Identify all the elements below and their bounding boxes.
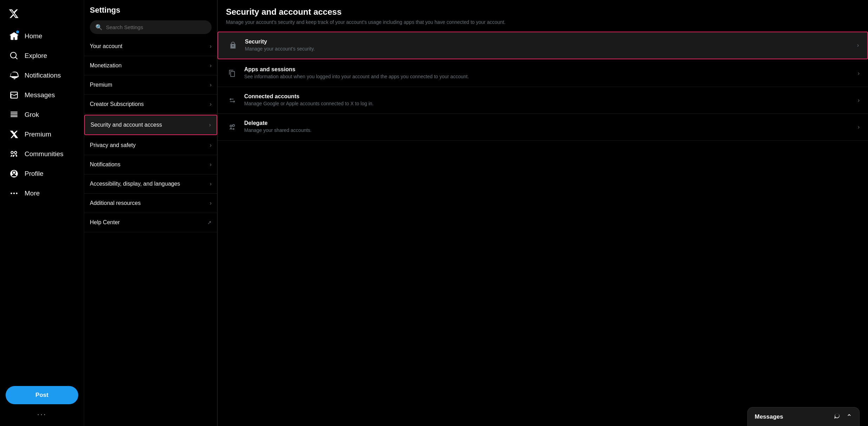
chevron-icon: › — [210, 142, 212, 148]
sidebar-item-home-label: Home — [25, 32, 42, 40]
more-icon — [9, 188, 19, 198]
security-item-title: Delegate — [244, 120, 852, 126]
chevron-icon: › — [210, 62, 212, 69]
sidebar-item-more[interactable]: More — [6, 184, 78, 202]
search-box[interactable]: 🔍 — [90, 20, 212, 34]
sidebar-item-grok-label: Grok — [25, 111, 39, 119]
chevron-icon: › — [210, 181, 212, 187]
explore-icon — [9, 51, 19, 61]
premium-icon — [9, 129, 19, 139]
security-item-connected-accounts[interactable]: Connected accounts Manage Google or Appl… — [218, 87, 868, 114]
bell-icon — [9, 71, 19, 80]
delegate-icon — [226, 121, 239, 133]
sidebar-item-messages-label: Messages — [25, 91, 55, 99]
security-item-security[interactable]: Security Manage your account's security.… — [218, 32, 868, 60]
settings-item-additional-resources[interactable]: Additional resources › — [84, 194, 217, 213]
settings-item-help-center[interactable]: Help Center ↗ — [84, 213, 217, 232]
right-panel-title: Security and account access — [226, 7, 860, 17]
security-item-title: Apps and sessions — [244, 66, 852, 73]
communities-icon — [9, 149, 19, 159]
chevron-icon: › — [210, 43, 212, 49]
sidebar-item-explore-label: Explore — [25, 52, 47, 60]
security-item-content: Connected accounts Manage Google or Appl… — [244, 93, 852, 107]
compose-message-icon[interactable] — [834, 412, 841, 421]
security-item-title: Security — [245, 39, 852, 45]
home-icon — [9, 31, 19, 41]
security-item-desc: Manage your shared accounts. — [244, 127, 852, 134]
settings-item-privacy-safety[interactable]: Privacy and safety › — [84, 136, 217, 155]
settings-item-premium[interactable]: Premium › — [84, 75, 217, 95]
security-chevron-icon: › — [858, 70, 860, 76]
post-button[interactable]: Post — [6, 386, 78, 404]
sidebar-item-premium[interactable]: Premium — [6, 125, 78, 144]
sidebar-item-premium-label: Premium — [25, 131, 51, 138]
search-input[interactable] — [106, 24, 206, 30]
right-panel-header: Security and account access Manage your … — [218, 0, 868, 26]
right-panel-subtitle: Manage your account's security and keep … — [226, 19, 860, 26]
grok-icon — [9, 110, 19, 120]
messages-popup-icons: ⌃ — [834, 412, 852, 421]
security-chevron-icon: › — [857, 42, 859, 48]
sidebar-item-grok[interactable]: Grok — [6, 106, 78, 124]
security-item-delegate[interactable]: Delegate Manage your shared accounts. › — [218, 114, 868, 141]
external-link-icon: ↗ — [207, 220, 212, 225]
security-chevron-icon: › — [858, 97, 860, 104]
settings-item-notifications[interactable]: Notifications › — [84, 155, 217, 174]
sidebar-item-messages[interactable]: Messages — [6, 86, 78, 104]
security-chevron-icon: › — [858, 124, 860, 130]
security-item-apps-sessions[interactable]: Apps and sessions See information about … — [218, 60, 868, 87]
settings-list: Your account › Monetization › Premium › … — [84, 37, 217, 232]
settings-item-creator-subscriptions[interactable]: Creator Subscriptions › — [84, 95, 217, 114]
profile-icon — [9, 169, 19, 179]
sidebar-item-profile[interactable]: Profile — [6, 165, 78, 183]
security-item-content: Delegate Manage your shared accounts. — [244, 120, 852, 134]
search-icon: 🔍 — [95, 24, 102, 31]
security-item-desc: See information about when you logged in… — [244, 73, 852, 80]
security-item-title: Connected accounts — [244, 93, 852, 100]
sidebar: Home Explore Notifications Messages — [0, 0, 84, 426]
copy-icon — [226, 67, 239, 80]
settings-item-security-account-access[interactable]: Security and account access › — [84, 115, 217, 135]
settings-item-accessibility[interactable]: Accessibility, display, and languages › — [84, 174, 217, 194]
messages-popup[interactable]: Messages ⌃ — [747, 407, 860, 426]
security-item-desc: Manage your account's security. — [245, 46, 852, 53]
chevron-icon: › — [210, 101, 212, 107]
x-logo[interactable] — [6, 4, 78, 27]
sidebar-item-more-label: More — [25, 189, 40, 197]
chevron-icon: › — [210, 161, 212, 168]
sidebar-dots: ··· — [6, 404, 78, 422]
sidebar-item-communities[interactable]: Communities — [6, 145, 78, 163]
sidebar-item-profile-label: Profile — [25, 170, 44, 178]
settings-item-your-account[interactable]: Your account › — [84, 37, 217, 56]
chevron-icon: › — [209, 122, 211, 128]
sidebar-item-notifications-label: Notifications — [25, 72, 61, 79]
security-item-content: Apps and sessions See information about … — [244, 66, 852, 80]
chevron-icon: › — [210, 82, 212, 88]
sidebar-item-notifications[interactable]: Notifications — [6, 66, 78, 85]
settings-item-monetization[interactable]: Monetization › — [84, 56, 217, 75]
sidebar-nav: Home Explore Notifications Messages — [6, 27, 78, 382]
sidebar-item-explore[interactable]: Explore — [6, 47, 78, 65]
settings-title: Settings — [84, 0, 217, 18]
security-item-content: Security Manage your account's security. — [245, 39, 852, 53]
lock-icon — [227, 39, 239, 52]
chevron-up-icon[interactable]: ⌃ — [846, 413, 852, 421]
right-panel: Security and account access Manage your … — [218, 0, 868, 426]
messages-popup-title: Messages — [755, 413, 783, 420]
sidebar-item-home[interactable]: Home — [6, 27, 78, 45]
mail-icon — [9, 90, 19, 100]
security-item-desc: Manage Google or Apple accounts connecte… — [244, 100, 852, 107]
arrows-icon — [226, 94, 239, 107]
sidebar-item-communities-label: Communities — [25, 150, 64, 158]
chevron-icon: › — [210, 200, 212, 206]
settings-panel: Settings 🔍 Your account › Monetization ›… — [84, 0, 218, 426]
